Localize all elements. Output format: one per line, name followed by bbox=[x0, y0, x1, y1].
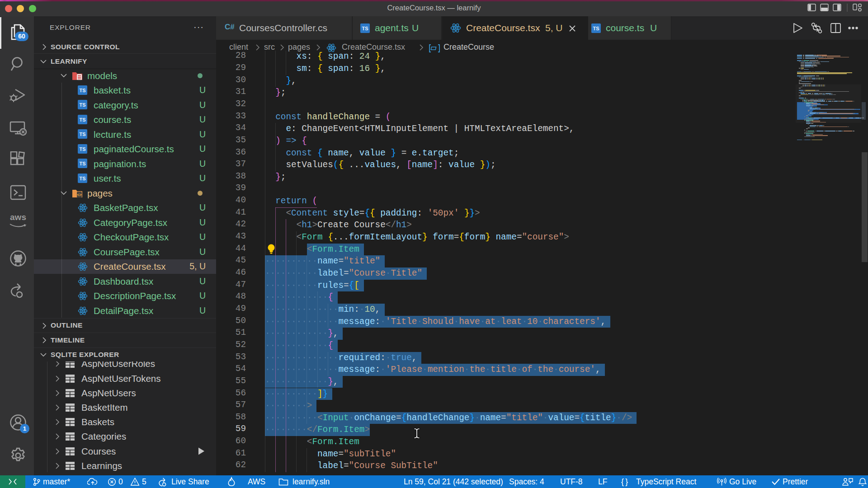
svg-text:<>: <> bbox=[77, 192, 82, 197]
